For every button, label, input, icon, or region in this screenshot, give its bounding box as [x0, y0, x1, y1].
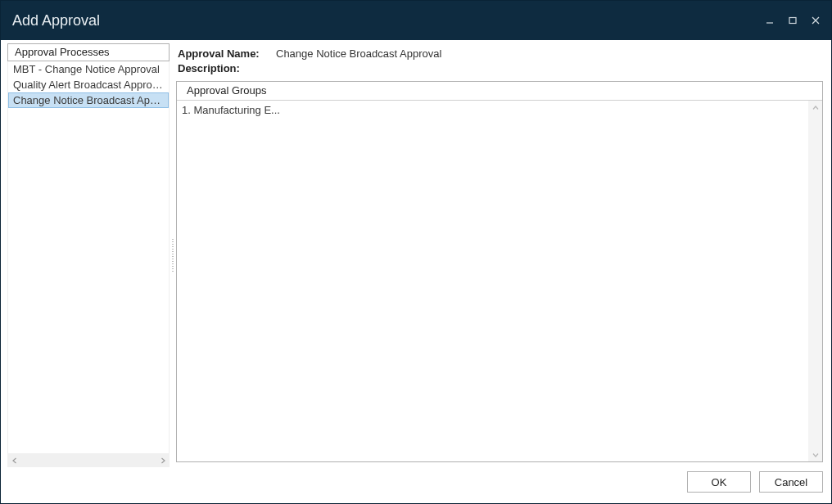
minimize-icon[interactable] — [764, 15, 775, 26]
add-approval-window: Add Approval Approval Processes MBT - Ch… — [0, 0, 832, 504]
ok-button[interactable]: OK — [687, 471, 751, 493]
cancel-button[interactable]: Cancel — [759, 471, 823, 493]
dialog-footer: OK Cancel — [1, 467, 831, 503]
close-icon[interactable] — [810, 15, 821, 26]
approval-name-row: Approval Name: Change Notice Broadcast A… — [178, 47, 821, 61]
svg-rect-1 — [789, 18, 796, 24]
list-item[interactable]: MBT - Change Notice Approval — [8, 61, 169, 77]
splitter[interactable] — [170, 43, 176, 467]
approval-groups-header: Approval Groups — [177, 82, 822, 101]
title-bar: Add Approval — [1, 1, 831, 40]
horizontal-scrollbar[interactable] — [7, 453, 170, 467]
group-item[interactable]: 1. Manufacturing E... — [177, 101, 822, 119]
approval-processes-list[interactable]: MBT - Change Notice Approval Quality Ale… — [7, 61, 170, 453]
approval-groups-list[interactable]: 1. Manufacturing E... — [177, 101, 822, 461]
splitter-grip-icon — [172, 239, 174, 272]
vertical-scrollbar[interactable] — [808, 101, 822, 461]
window-controls — [764, 15, 821, 26]
approval-details-panel: Approval Name: Change Notice Broadcast A… — [176, 43, 825, 467]
scroll-down-icon[interactable] — [808, 448, 822, 461]
scroll-up-icon[interactable] — [808, 101, 822, 115]
approval-processes-header: Approval Processes — [7, 43, 170, 61]
scroll-right-icon[interactable] — [156, 453, 170, 467]
approval-name-label: Approval Name: — [178, 47, 269, 61]
list-inner: MBT - Change Notice Approval Quality Ale… — [8, 61, 169, 453]
description-row: Description: — [178, 61, 821, 76]
window-title: Add Approval — [12, 12, 764, 29]
dialog-body: Approval Processes MBT - Change Notice A… — [1, 40, 831, 467]
list-item[interactable]: Change Notice Broadcast Approval — [8, 92, 169, 108]
detail-header: Approval Name: Change Notice Broadcast A… — [176, 43, 823, 81]
list-item[interactable]: Quality Alert Broadcast Approval — [8, 77, 169, 92]
approval-groups-box: Approval Groups 1. Manufacturing E... — [176, 81, 823, 462]
description-label: Description: — [178, 61, 269, 76]
approval-name-value: Change Notice Broadcast Approval — [276, 47, 441, 61]
maximize-icon[interactable] — [787, 15, 798, 26]
scroll-left-icon[interactable] — [7, 453, 21, 467]
approval-processes-panel: Approval Processes MBT - Change Notice A… — [7, 43, 170, 467]
